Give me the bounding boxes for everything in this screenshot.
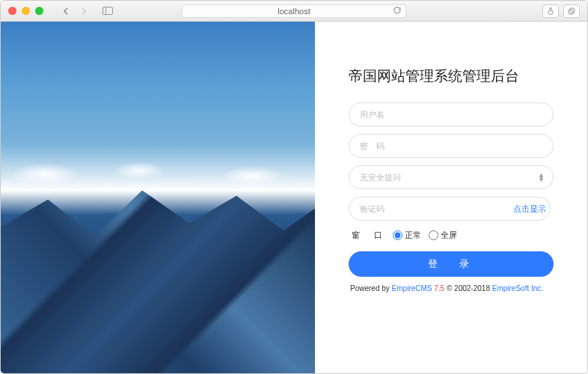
forward-button[interactable] <box>76 4 91 18</box>
captcha-row: 点击显示 <box>349 197 554 221</box>
username-input[interactable] <box>349 102 554 126</box>
radio-fullscreen-label: 全屏 <box>441 230 457 241</box>
reload-icon[interactable] <box>393 7 401 16</box>
close-window-button[interactable] <box>8 7 16 15</box>
login-button[interactable]: 登 录 <box>349 251 554 277</box>
sidebar-toggle-icon[interactable] <box>100 4 115 18</box>
hero-image <box>1 22 315 373</box>
footer-copyright: © 2002-2018 <box>447 284 492 292</box>
traffic-lights <box>8 7 43 15</box>
security-question-select-wrap: 无安全提问 ▲▼ <box>349 165 554 189</box>
radio-fullscreen[interactable]: 全屏 <box>429 230 457 241</box>
browser-window: localhost 帝国网站管理系统管理后台 无安全提问 ▲▼ <box>0 0 588 374</box>
svg-rect-4 <box>570 8 575 13</box>
minimize-window-button[interactable] <box>22 7 30 15</box>
tabs-button[interactable] <box>563 4 580 18</box>
svg-rect-0 <box>103 7 113 15</box>
security-question-select[interactable]: 无安全提问 <box>349 165 554 189</box>
footer-text: Powered by EmpireCMS 7.5 © 2002-2018 Emp… <box>349 284 554 292</box>
address-text: localhost <box>278 7 310 16</box>
share-button[interactable] <box>542 4 559 18</box>
footer-version: 7.5 <box>432 284 447 292</box>
window-mode-row: 窗 口 正常 全屏 <box>349 230 554 241</box>
login-title: 帝国网站管理系统管理后台 <box>349 67 554 86</box>
radio-normal-input[interactable] <box>393 230 402 240</box>
address-bar[interactable]: localhost <box>182 4 406 18</box>
nav-buttons <box>58 4 91 18</box>
radio-normal[interactable]: 正常 <box>393 230 421 241</box>
page-content: 帝国网站管理系统管理后台 无安全提问 ▲▼ 点击显示 窗 口 正常 <box>1 22 587 373</box>
footer-company-link[interactable]: EmpireSoft Inc. <box>492 284 543 292</box>
window-mode-label: 窗 口 <box>352 230 385 241</box>
title-bar: localhost <box>1 1 587 22</box>
captcha-show-link[interactable]: 点击显示 <box>506 197 554 221</box>
login-panel: 帝国网站管理系统管理后台 无安全提问 ▲▼ 点击显示 窗 口 正常 <box>315 22 587 373</box>
radio-fullscreen-input[interactable] <box>429 230 438 240</box>
toolbar-right <box>542 4 580 18</box>
footer-powered: Powered by <box>350 284 392 292</box>
maximize-window-button[interactable] <box>35 7 43 15</box>
password-input[interactable] <box>349 134 554 158</box>
radio-normal-label: 正常 <box>405 230 421 241</box>
footer-product-link[interactable]: EmpireCMS <box>392 284 432 292</box>
svg-rect-3 <box>569 10 573 14</box>
back-button[interactable] <box>58 4 73 18</box>
